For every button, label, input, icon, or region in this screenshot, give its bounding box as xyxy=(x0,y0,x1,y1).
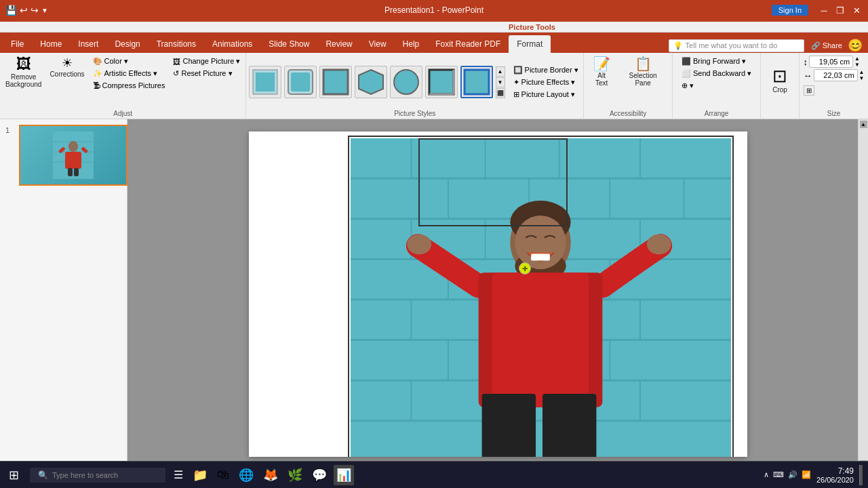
width-input[interactable] xyxy=(814,69,858,81)
width-stepper[interactable]: ▲▼ xyxy=(859,69,865,81)
picture-style-1[interactable] xyxy=(249,66,281,98)
picture-style-4[interactable] xyxy=(355,66,387,98)
task-view-button[interactable]: ☰ xyxy=(171,466,186,484)
app5-button[interactable]: 🌿 xyxy=(285,465,305,485)
adjust-group-content: 🖼 RemoveBackground ☀ Corrections 🎨 Color… xyxy=(3,56,243,108)
picture-styles-label: Picture Styles xyxy=(394,108,435,117)
size-inputs: ↕ ▲▼ ↔ ▲▼ ⊞ xyxy=(804,56,865,96)
app6-button[interactable]: 💬 xyxy=(309,465,330,485)
customize-qat-icon[interactable]: ▼ xyxy=(41,7,48,14)
vertical-scrollbar[interactable]: ▲ ▼ xyxy=(858,119,868,469)
file-explorer-button[interactable]: 📁 xyxy=(190,465,210,485)
svg-rect-3 xyxy=(291,73,310,92)
tab-insert[interactable]: Insert xyxy=(70,35,106,53)
tab-home[interactable]: Home xyxy=(32,35,70,53)
picture-style-6[interactable] xyxy=(425,66,458,98)
selection-pane-button[interactable]: 📋 Selection Pane xyxy=(618,56,668,88)
tab-file[interactable]: File xyxy=(3,35,32,53)
picture-style-2[interactable] xyxy=(284,66,317,98)
picture-tools-header: Picture Tools xyxy=(0,20,868,33)
effects-label: Picture Effects ▾ xyxy=(521,78,576,87)
change-picture-button[interactable]: 🖼 Change Picture ▾ xyxy=(170,56,243,67)
alt-text-button[interactable]: 📝 AltText xyxy=(588,56,615,88)
tab-slideshow[interactable]: Slide Show xyxy=(260,35,317,53)
windows-icon: ⊞ xyxy=(9,468,19,483)
corrections-button[interactable]: ☀ Corrections xyxy=(47,56,87,79)
search-placeholder: Type here to search xyxy=(52,471,118,479)
accessibility-content: 📝 AltText 📋 Selection Pane xyxy=(588,56,668,108)
redo-icon[interactable]: ↪ xyxy=(31,5,39,16)
up-arrow-icon[interactable]: ∧ xyxy=(764,470,769,479)
remove-bg-label: RemoveBackground xyxy=(5,73,41,88)
tell-me-input[interactable]: 💡 Tell me what you want to do xyxy=(669,39,804,52)
compress-pictures-button[interactable]: 🗜 Compress Pictures xyxy=(90,80,168,91)
tell-me-text: Tell me what you want to do xyxy=(686,41,778,49)
close-icon[interactable]: ✕ xyxy=(850,4,863,16)
reset-picture-button[interactable]: ↺ Reset Picture ▾ xyxy=(170,68,243,79)
artistic-effects-button[interactable]: ✨ Artistic Effects ▾ xyxy=(90,68,168,79)
minimize-icon[interactable]: ─ xyxy=(818,4,830,16)
image-container[interactable]: ✛ xyxy=(349,137,732,457)
picture-style-3[interactable] xyxy=(319,66,352,98)
tab-transitions[interactable]: Transitions xyxy=(149,35,204,53)
powerpoint-button[interactable]: 📊 xyxy=(334,465,354,485)
sign-in-button[interactable]: Sign In xyxy=(772,5,808,16)
taskbar-search[interactable]: 🔍 Type here to search xyxy=(30,468,165,483)
size-expand-button[interactable]: ⊞ xyxy=(804,85,814,96)
lightbulb-icon: 💡 xyxy=(673,41,683,50)
svg-rect-1 xyxy=(256,73,275,92)
send-backward-button[interactable]: ⬜ Send Backward ▾ xyxy=(679,68,754,79)
share-button[interactable]: 🔗 Share xyxy=(811,41,842,50)
tab-foxit[interactable]: Foxit Reader PDF xyxy=(427,35,509,53)
user-emoji: 😊 xyxy=(848,38,863,53)
selection-pane-icon: 📋 xyxy=(635,57,652,70)
picture-styles-content: ▲ ▼ ⬛ 🔲 Picture Border ▾ ✦ Picture Effec… xyxy=(249,56,581,108)
selection-pane-label: Selection Pane xyxy=(620,72,665,87)
tab-format[interactable]: Format xyxy=(509,35,551,53)
svg-rect-7 xyxy=(429,70,454,94)
restore-icon[interactable]: ❐ xyxy=(834,4,846,16)
remove-background-button[interactable]: 🖼 RemoveBackground xyxy=(3,56,44,89)
start-button[interactable]: ⊞ xyxy=(0,462,27,489)
network-icon[interactable]: 📶 xyxy=(802,470,811,479)
picture-effects-button[interactable]: ✦ Picture Effects ▾ xyxy=(511,77,581,88)
clock[interactable]: 7:49 26/06/2020 xyxy=(816,466,854,484)
height-input[interactable] xyxy=(809,56,853,68)
compress-label: Compress Pictures xyxy=(102,81,165,89)
firefox-button[interactable]: 🦊 xyxy=(260,465,281,485)
picture-styles-group: ▲ ▼ ⬛ 🔲 Picture Border ▾ ✦ Picture Effec… xyxy=(246,53,584,119)
show-desktop-button[interactable] xyxy=(859,465,863,485)
bring-forward-button[interactable]: ⬛ Bring Forward ▾ xyxy=(679,56,754,67)
arrange-more-button[interactable]: ⊕ ▾ xyxy=(679,80,754,92)
bring-forward-icon: ⬛ xyxy=(682,57,691,66)
tab-help[interactable]: Help xyxy=(395,35,428,53)
svg-point-15 xyxy=(68,141,78,152)
picture-border-button[interactable]: 🔲 Picture Border ▾ xyxy=(511,64,581,76)
height-stepper[interactable]: ▲▼ xyxy=(854,56,860,68)
store-button[interactable]: 🛍 xyxy=(214,465,232,485)
picture-style-7[interactable] xyxy=(460,66,493,98)
scroll-up-button[interactable]: ▲ xyxy=(496,66,505,77)
date-display: 26/06/2020 xyxy=(816,476,854,484)
scroll-down-button[interactable]: ▼ xyxy=(496,77,505,87)
tab-design[interactable]: Design xyxy=(106,35,148,53)
color-button[interactable]: 🎨 Color ▾ xyxy=(90,56,168,67)
send-backward-label: Send Backward ▾ xyxy=(693,69,751,78)
tab-review[interactable]: Review xyxy=(317,35,360,53)
tab-animations[interactable]: Animations xyxy=(204,35,260,53)
edge-button[interactable]: 🌐 xyxy=(236,465,256,485)
slide-1-thumbnail[interactable] xyxy=(19,125,127,186)
picture-layout-button[interactable]: ⊞ Picture Layout ▾ xyxy=(511,89,581,100)
canvas-area: ▲ ▼ xyxy=(127,119,868,469)
volume-icon[interactable]: 🔊 xyxy=(788,470,797,479)
picture-style-5[interactable] xyxy=(390,66,422,98)
tab-view[interactable]: View xyxy=(361,35,395,53)
picture-tools-label: Picture Tools xyxy=(509,23,555,31)
picture-styles-scroll[interactable]: ▲ ▼ ⬛ xyxy=(496,66,505,98)
undo-icon[interactable]: ↩ xyxy=(20,5,28,16)
scroll-more-button[interactable]: ⬛ xyxy=(496,88,505,98)
crop-button[interactable]: ⊡ Crop xyxy=(765,56,795,104)
keyboard-icon[interactable]: ⌨ xyxy=(773,470,784,479)
save-icon[interactable]: 💾 xyxy=(5,5,17,16)
scroll-up-button[interactable]: ▲ xyxy=(860,121,867,128)
